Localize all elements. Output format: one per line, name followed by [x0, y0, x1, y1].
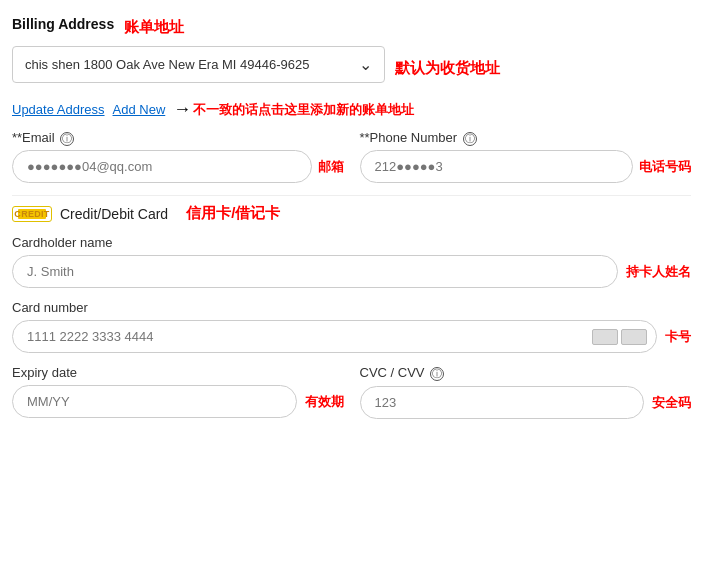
credit-badge: CREDIT — [12, 206, 52, 222]
add-new-link[interactable]: Add New — [113, 102, 166, 117]
payment-section: CREDIT Credit/Debit Card 信用卡/借记卡 Cardhol… — [12, 204, 691, 419]
section-divider — [12, 195, 691, 196]
cvc-annotation: 安全码 — [652, 394, 691, 412]
address-actions-row: Update Address Add New → 不一致的话点击这里添加新的账单… — [12, 99, 691, 120]
card-number-label: Card number — [12, 300, 691, 315]
expiry-annotation: 有效期 — [305, 393, 344, 411]
phone-label: **Phone Number ⓘ — [360, 130, 692, 146]
expiry-label: Expiry date — [12, 365, 344, 380]
card-number-group: Card number 卡号 — [12, 300, 691, 353]
email-annotation: 邮箱 — [318, 158, 344, 176]
address-value: chis shen 1800 Oak Ave New Era MI 49446-… — [25, 57, 359, 72]
email-input[interactable] — [12, 150, 312, 183]
expiry-cvc-row: Expiry date 有效期 CVC / CVV ⓘ 安全码 — [12, 365, 691, 419]
email-phone-row: **Email ⓘ 邮箱 **Phone Number ⓘ 电话号码 — [12, 130, 691, 183]
mc-icon — [621, 329, 647, 345]
address-default-annotation: 默认为收货地址 — [395, 59, 500, 78]
phone-group: **Phone Number ⓘ 电话号码 — [360, 130, 692, 183]
cvc-label: CVC / CVV ⓘ — [360, 365, 692, 381]
add-new-annotation: 不一致的话点击这里添加新的账单地址 — [193, 101, 414, 119]
phone-info-icon[interactable]: ⓘ — [463, 132, 477, 146]
cardholder-label: Cardholder name — [12, 235, 691, 250]
address-dropdown[interactable]: chis shen 1800 Oak Ave New Era MI 49446-… — [12, 46, 385, 83]
cvc-info-icon[interactable]: ⓘ — [430, 367, 444, 381]
visa-icon — [592, 329, 618, 345]
billing-address-label: Billing Address — [12, 16, 114, 32]
payment-annotation: 信用卡/借记卡 — [186, 204, 280, 223]
email-info-icon[interactable]: ⓘ — [60, 132, 74, 146]
phone-input[interactable] — [360, 150, 634, 183]
credit-badge-text: CREDIT — [14, 209, 49, 219]
billing-address-header: Billing Address 账单地址 — [12, 16, 691, 38]
payment-method-label: Credit/Debit Card — [60, 206, 168, 222]
update-address-link[interactable]: Update Address — [12, 102, 105, 117]
cardholder-name-input[interactable] — [12, 255, 618, 288]
chevron-down-icon: ⌄ — [359, 55, 372, 74]
card-number-annotation: 卡号 — [665, 328, 691, 346]
cardholder-annotation: 持卡人姓名 — [626, 263, 691, 281]
credit-stripe: CREDIT — [18, 209, 46, 219]
expiry-input[interactable] — [12, 385, 297, 418]
card-brand-icons — [592, 329, 647, 345]
expiry-group: Expiry date 有效期 — [12, 365, 344, 419]
card-number-input[interactable] — [12, 320, 657, 353]
payment-header: CREDIT Credit/Debit Card 信用卡/借记卡 — [12, 204, 691, 223]
arrow-icon: → — [173, 99, 191, 120]
phone-annotation: 电话号码 — [639, 158, 691, 176]
email-label: **Email ⓘ — [12, 130, 344, 146]
email-group: **Email ⓘ 邮箱 — [12, 130, 344, 183]
billing-address-annotation: 账单地址 — [124, 18, 184, 37]
cvc-group: CVC / CVV ⓘ 安全码 — [360, 365, 692, 419]
cardholder-group: Cardholder name 持卡人姓名 — [12, 235, 691, 288]
cvc-input[interactable] — [360, 386, 645, 419]
